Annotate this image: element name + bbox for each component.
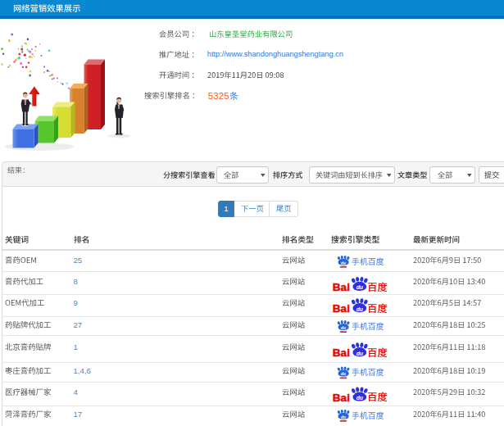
- svg-text:du: du: [341, 261, 346, 265]
- svg-text:du: du: [356, 395, 364, 401]
- svg-text:Bai: Bai: [333, 392, 350, 404]
- svg-text:du: du: [341, 415, 346, 419]
- svg-text:du: du: [341, 372, 346, 376]
- svg-text:Bai: Bai: [333, 302, 350, 315]
- svg-text:du: du: [356, 351, 364, 356]
- svg-text:Bai: Bai: [333, 281, 350, 293]
- svg-text:du: du: [356, 306, 364, 312]
- svg-text:du: du: [341, 326, 346, 330]
- svg-text:du: du: [356, 284, 364, 290]
- svg-text:Bai: Bai: [333, 347, 350, 359]
